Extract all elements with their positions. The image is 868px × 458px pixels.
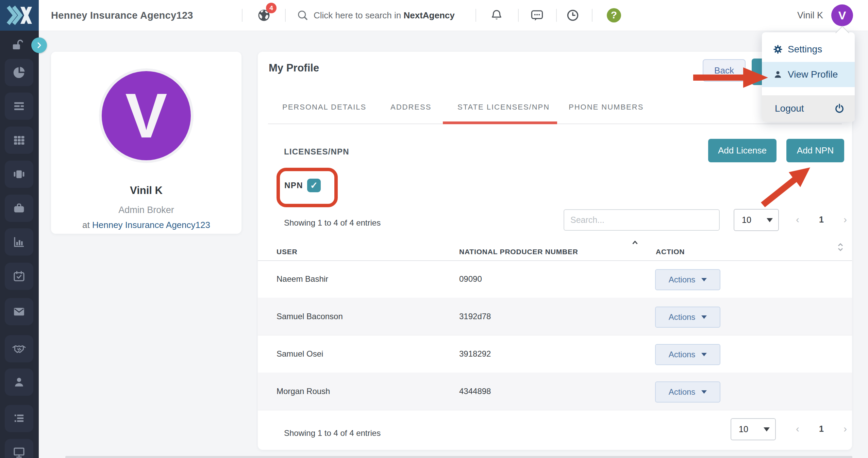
menu-item-label: View Profile <box>788 69 838 80</box>
person-icon <box>772 69 784 80</box>
profile-agency-line: at Henney Insurance Agency123 <box>51 220 241 230</box>
user-dropdown-menu: Settings View Profile Logout <box>762 32 855 122</box>
sidebar-nav-mail[interactable] <box>5 298 33 325</box>
sidebar-nav-dashboard[interactable] <box>5 59 33 86</box>
table-row: Naeem Bashir 09090 Actions <box>258 260 852 298</box>
divider <box>475 9 476 22</box>
menu-item-settings[interactable]: Settings <box>762 37 855 62</box>
page-size-select-top[interactable]: 10 <box>734 209 779 231</box>
sidebar-nav-apps[interactable] <box>5 127 33 154</box>
briefcase-icon <box>12 201 26 215</box>
history-clock-icon[interactable] <box>565 0 581 31</box>
sidebar-nav-monitor[interactable] <box>5 439 33 458</box>
sort-toggle-icon[interactable] <box>837 242 844 254</box>
nextagency-logo[interactable] <box>0 0 39 31</box>
agency-link[interactable]: Henney Insurance Agency123 <box>92 220 210 230</box>
next-section-edge <box>65 456 852 458</box>
add-npn-button[interactable]: Add NPN <box>786 139 844 162</box>
topbar-user-name[interactable]: Vinil K <box>765 0 823 31</box>
pagination-prev-button[interactable]: ‹ <box>796 424 799 434</box>
actions-label: Actions <box>669 350 696 359</box>
row-actions-button[interactable]: Actions <box>655 344 720 365</box>
page-size-value: 10 <box>739 424 748 434</box>
sidebar-nav-calendar[interactable] <box>5 263 33 290</box>
table-search-input[interactable] <box>564 209 720 231</box>
pagination-current-page[interactable]: 1 <box>819 424 824 434</box>
divider <box>285 9 286 22</box>
entries-summary-top: Showing 1 to 4 of 4 entries <box>284 218 381 228</box>
chevron-down-icon <box>764 427 770 431</box>
profile-role: Admin Broker <box>51 205 241 215</box>
row-actions-button[interactable]: Actions <box>655 381 720 403</box>
lock-open-icon[interactable] <box>7 37 28 53</box>
column-header-npn[interactable]: NATIONAL PRODUCER NUMBER <box>459 248 578 256</box>
chevron-down-icon <box>767 218 773 222</box>
tab-personal-details[interactable]: PERSONAL DETAILS <box>282 103 366 112</box>
actions-label: Actions <box>669 275 696 284</box>
column-header-user[interactable]: USER <box>277 248 298 256</box>
handshake-icon <box>12 341 27 356</box>
sidebar-nav-deals[interactable] <box>5 335 33 362</box>
pagination-current-page[interactable]: 1 <box>819 215 824 225</box>
cell-user-name: Naeem Bashir <box>277 274 328 284</box>
pagination-next-button[interactable]: › <box>844 214 847 225</box>
sidebar-nav-contacts[interactable] <box>5 369 33 396</box>
page-size-select-bottom[interactable]: 10 <box>731 418 776 440</box>
search-icon <box>297 9 309 21</box>
add-license-button[interactable]: Add License <box>708 139 777 162</box>
active-tab-underline <box>443 121 557 124</box>
row-actions-button[interactable]: Actions <box>655 307 720 328</box>
menu-item-logout[interactable]: Logout <box>762 95 855 122</box>
pagination-prev-button[interactable]: ‹ <box>796 214 799 225</box>
pagination-top: ‹ 1 › <box>796 214 847 225</box>
at-prefix: at <box>82 220 92 230</box>
chevron-down-icon <box>701 390 707 394</box>
list-icon <box>12 411 26 426</box>
svg-text:?: ? <box>611 9 617 20</box>
column-header-action[interactable]: ACTION <box>656 248 685 256</box>
sort-ascending-icon[interactable] <box>632 240 638 246</box>
tab-phone-numbers[interactable]: PHONE NUMBERS <box>569 103 644 112</box>
sidebar-nav-lists[interactable] <box>5 405 33 432</box>
chevron-down-icon <box>701 315 707 319</box>
topbar: Henney Insurance Agency123 4 Click here … <box>0 0 868 31</box>
topbar-avatar[interactable]: V <box>831 4 853 26</box>
table-header-row: USER NATIONAL PRODUCER NUMBER ACTION <box>258 245 852 260</box>
tab-address[interactable]: ADDRESS <box>390 103 431 112</box>
table-row: Morgan Roush 4344898 Actions <box>258 373 852 410</box>
menu-item-label: Settings <box>788 44 822 55</box>
cell-npn-value: 3192d78 <box>459 312 491 321</box>
sidebar-nav-reports[interactable] <box>5 228 33 256</box>
sidebar-nav-cards[interactable] <box>5 161 33 188</box>
profile-avatar: V <box>102 71 191 160</box>
row-actions-button[interactable]: Actions <box>655 269 720 290</box>
chevron-right-icon <box>36 42 43 49</box>
agency-title: Henney Insurance Agency123 <box>51 0 193 31</box>
cell-user-name: Morgan Roush <box>277 387 330 396</box>
chevron-down-icon <box>701 278 707 281</box>
logo-mark-icon <box>6 5 33 26</box>
sidebar-expand-button[interactable] <box>31 37 47 53</box>
profile-summary-card: V Vinil K Admin Broker at Henney Insuran… <box>51 52 241 234</box>
person-icon <box>12 375 26 389</box>
pagination-next-button[interactable]: › <box>844 424 847 434</box>
tab-state-licenses-npn[interactable]: STATE LICENSES/NPN <box>457 103 550 112</box>
global-search[interactable]: Click here to search in NextAgency <box>297 0 455 31</box>
mail-icon <box>12 305 26 319</box>
notifications-bell-icon[interactable] <box>488 0 505 31</box>
sidebar-nav-briefcase[interactable] <box>5 195 33 222</box>
help-icon[interactable]: ? <box>606 0 622 31</box>
sidebar <box>0 31 39 458</box>
table-row: Samuel Baconson 3192d78 Actions <box>258 298 852 336</box>
back-button[interactable]: Back <box>703 59 746 82</box>
actions-label: Actions <box>669 312 696 322</box>
chat-icon[interactable] <box>529 0 545 31</box>
grid-icon <box>12 133 26 147</box>
entries-summary-bottom: Showing 1 to 4 of 4 entries <box>284 428 381 438</box>
cell-npn-value: 3918292 <box>459 349 491 359</box>
menu-item-view-profile[interactable]: View Profile <box>762 62 855 87</box>
sidebar-nav-summary[interactable] <box>5 93 33 120</box>
table-row: Samuel Osei 3918292 Actions <box>258 335 852 373</box>
divider <box>592 9 592 22</box>
cell-npn-value: 09090 <box>459 274 482 284</box>
